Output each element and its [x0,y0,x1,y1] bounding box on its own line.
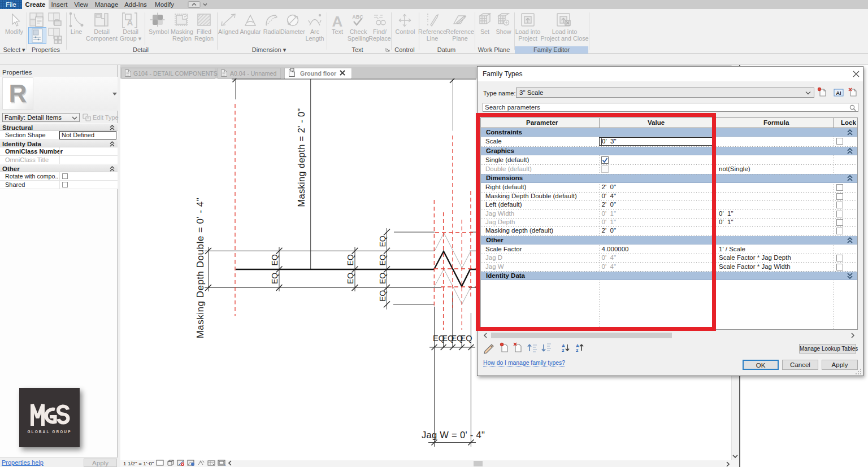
svg-text:EQ: EQ [270,254,279,265]
svg-text:A: A [127,18,133,27]
svg-text:EQ: EQ [270,273,279,284]
svg-text:EQ: EQ [346,254,355,265]
svg-text:Masking Depth Double = 0' - 4": Masking Depth Double = 0' - 4" [195,198,206,339]
svg-text:EQ: EQ [346,273,355,284]
svg-text:EQ: EQ [378,290,387,302]
svg-text:GLOBAL GROUP: GLOBAL GROUP [27,430,71,434]
svg-text:EQ: EQ [461,334,472,343]
svg-text:Jag W = 0' - 4": Jag W = 0' - 4" [422,430,485,440]
svg-text:EQ: EQ [378,254,387,265]
svg-text:AI: AI [836,90,841,96]
svg-text:Masking depth = 2' - 0": Masking depth = 2' - 0" [296,108,306,207]
svg-text:A: A [332,13,343,30]
svg-text:2: 2 [562,348,565,353]
svg-text:2: 2 [576,348,579,353]
svg-text:EQ: EQ [378,273,387,284]
svg-text:EQ: EQ [378,235,387,247]
